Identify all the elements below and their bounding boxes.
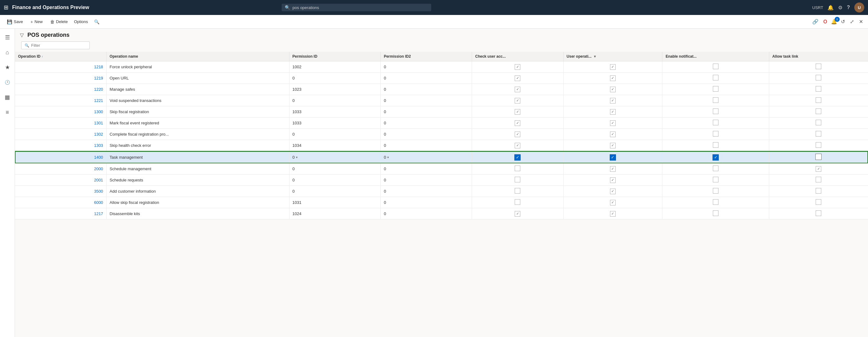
cell-check-user[interactable]: ✓ [472,140,563,152]
checkbox-unchecked[interactable] [816,199,821,205]
checkbox-checked-gray[interactable]: ✓ [610,64,616,70]
cell-allow-task[interactable] [769,73,868,84]
checkbox-unchecked[interactable] [515,188,520,193]
cell-check-user[interactable] [472,175,563,186]
delete-button[interactable]: 🗑 Delete [47,18,71,26]
checkbox-unchecked[interactable] [713,188,718,193]
checkbox-unchecked[interactable] [816,210,821,216]
checkbox-checked-gray[interactable]: ✓ [610,87,616,92]
checkbox-checked-gray[interactable]: ✓ [610,177,616,183]
cell-allow-task[interactable] [769,140,868,152]
checkbox-checked-blue[interactable]: ✓ [610,154,616,160]
cell-allow-task[interactable] [769,129,868,140]
cell-user-op[interactable]: ✓ [563,73,662,84]
dropdown-arrow-icon[interactable]: ▾ [296,156,298,159]
checkbox-unchecked[interactable] [713,210,718,216]
cell-enable-notif[interactable] [662,73,769,84]
sidebar-item-modules[interactable]: ≡ [1,106,14,119]
checkbox-unchecked[interactable] [816,86,821,92]
cell-enable-notif[interactable] [662,129,769,140]
col-header-op-id[interactable]: Operation ID ↑ [15,52,106,61]
cell-user-op[interactable]: ✓ [563,140,662,152]
cell-perm-id2[interactable]: 0▾ [380,151,472,163]
table-row[interactable]: 1300 Skip fiscal registration 1033 0 ✓ ✓ [15,106,868,118]
cell-check-user[interactable]: ✓ [472,106,563,118]
filter-input-container[interactable]: 🔍 [21,41,90,49]
sidebar-item-home[interactable]: ⌂ [1,46,14,59]
search-toolbar-icon[interactable]: 🔍 [91,18,102,26]
cell-user-op[interactable]: ✓ [563,186,662,197]
global-search[interactable]: 🔍 [282,4,431,11]
checkbox-unchecked[interactable] [816,109,821,114]
checkbox-unchecked[interactable] [816,188,821,193]
checkbox-checked-gray[interactable]: ✓ [610,211,616,217]
checkbox-checked-gray[interactable]: ✓ [610,98,616,103]
col-header-enable-notif[interactable]: Enable notificat... [662,52,769,61]
column-filter-icon[interactable]: ▼ [593,55,597,58]
table-row[interactable]: 1303 Skip health check error 1034 0 ✓ ✓ [15,140,868,152]
cell-user-op[interactable]: ✓ [563,163,662,175]
checkbox-unchecked[interactable] [713,199,718,205]
table-row[interactable]: 1219 Open URL 0 0 ✓ ✓ [15,73,868,84]
checkbox-checked-gray[interactable]: ✓ [610,120,616,126]
col-header-op-name[interactable]: Operation name [106,52,289,61]
checkbox-checked-gray[interactable]: ✓ [610,75,616,81]
checkbox-checked-gray[interactable]: ✓ [610,131,616,137]
checkbox-checked-gray[interactable]: ✓ [515,109,520,115]
checkbox-checked-gray[interactable]: ✓ [515,87,520,92]
cell-check-user[interactable] [472,163,563,175]
checkbox-unchecked[interactable] [713,131,718,136]
dropdown-arrow-icon[interactable]: ▾ [387,156,389,159]
cell-user-op[interactable]: ✓ [563,151,662,163]
checkbox-unchecked-white[interactable] [815,154,822,160]
checkbox-unchecked[interactable] [713,86,718,92]
cell-enable-notif[interactable] [662,163,769,175]
sidebar-item-hamburger[interactable]: ☰ [1,31,14,44]
checkbox-checked-gray[interactable]: ✓ [515,211,520,217]
cell-user-op[interactable]: ✓ [563,106,662,118]
cell-enable-notif[interactable]: ✓ [662,151,769,163]
table-row[interactable]: 1220 Manage safes 1023 0 ✓ ✓ [15,84,868,95]
table-row[interactable]: 1221 Void suspended transactions 0 0 ✓ ✓ [15,95,868,106]
checkbox-unchecked[interactable] [713,142,718,148]
settings-icon[interactable]: ⚙ [838,5,842,10]
cell-allow-task[interactable]: ✓ [769,163,868,175]
o365-icon[interactable]: O [822,18,829,26]
help-icon[interactable]: ? [847,5,850,10]
col-header-perm-id[interactable]: Permission ID [289,52,380,61]
checkbox-unchecked[interactable] [515,165,520,171]
checkbox-unchecked[interactable] [816,75,821,81]
cell-user-op[interactable]: ✓ [563,129,662,140]
checkbox-unchecked[interactable] [713,165,718,171]
cell-check-user[interactable] [472,197,563,208]
checkbox-checked-gray[interactable]: ✓ [515,98,520,103]
cell-allow-task[interactable] [769,186,868,197]
checkbox-unchecked[interactable] [713,177,718,182]
table-row[interactable]: 1218 Force unlock peripheral 1002 0 ✓ ✓ [15,61,868,73]
checkbox-unchecked[interactable] [515,177,520,182]
checkbox-unchecked[interactable] [713,64,718,69]
sidebar-item-recent[interactable]: 🕐 [1,76,14,89]
checkbox-unchecked[interactable] [816,64,821,69]
close-icon[interactable]: ✕ [858,18,864,26]
cell-user-op[interactable]: ✓ [563,61,662,73]
save-button[interactable]: 💾 Save [4,18,26,26]
cell-check-user[interactable] [472,186,563,197]
checkbox-checked-gray[interactable]: ✓ [610,200,616,206]
table-row[interactable]: 2001 Schedule requests 0 0 ✓ [15,175,868,186]
cell-check-user[interactable]: ✓ [472,129,563,140]
cell-check-user[interactable]: ✓ [472,151,563,163]
cell-enable-notif[interactable] [662,61,769,73]
checkbox-unchecked[interactable] [713,109,718,114]
table-row[interactable]: 6000 Allow skip fiscal registration 1031… [15,197,868,208]
table-row[interactable]: 1302 Complete fiscal registration pro...… [15,129,868,140]
checkbox-checked-gray[interactable]: ✓ [515,131,520,137]
filter-funnel-icon[interactable]: ▽ [20,32,24,38]
cell-user-op[interactable]: ✓ [563,208,662,219]
cell-user-op[interactable]: ✓ [563,95,662,106]
cell-check-user[interactable]: ✓ [472,61,563,73]
checkbox-checked-gray[interactable]: ✓ [610,166,616,172]
cell-allow-task[interactable] [769,175,868,186]
avatar[interactable]: U [854,2,864,12]
checkbox-unchecked[interactable] [515,199,520,205]
